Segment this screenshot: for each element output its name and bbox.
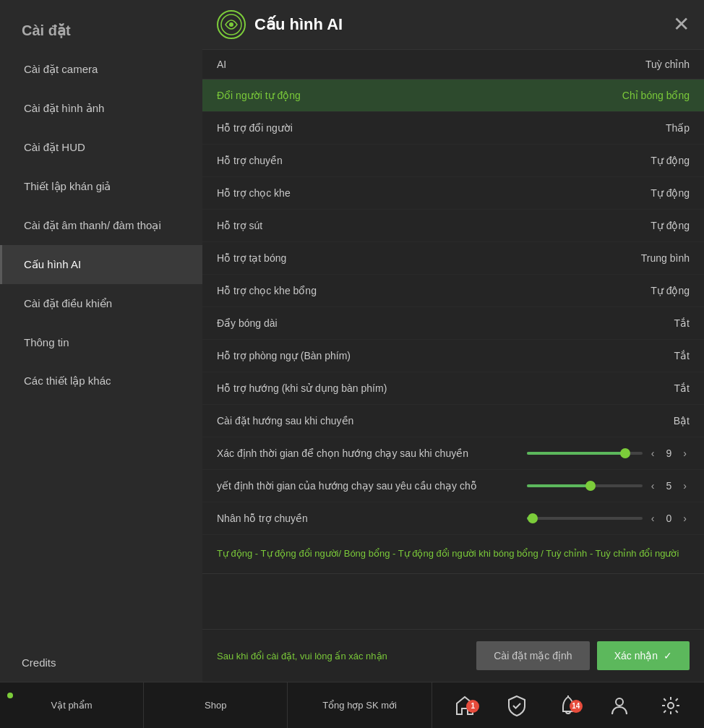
setting-value-5: Tự động xyxy=(603,285,690,296)
taskbar-item-tong-hop[interactable]: Tổng hợp SK mới xyxy=(288,682,432,728)
setting-name-6: Đẩy bóng dài xyxy=(217,317,603,329)
table-header-row: AI Tuỳ chỉnh xyxy=(202,50,704,80)
col-custom-label: Tuỳ chỉnh xyxy=(645,59,690,70)
setting-name-1: Hỗ trợ chuyền xyxy=(217,155,603,166)
setting-value-8: Tắt xyxy=(603,382,690,394)
panel-title: Cấu hình AI xyxy=(254,15,343,34)
slider-track-0[interactable] xyxy=(527,452,643,455)
setting-row-0[interactable]: Hỗ trợ đổi người Thấp xyxy=(202,112,704,145)
taskbar: Vật phẩm Shop Tổng hợp SK mới 1 14 xyxy=(0,682,704,728)
taskbar-nav-shield[interactable] xyxy=(491,694,542,717)
svg-point-4 xyxy=(616,698,623,706)
taskbar-dot-vat-pham xyxy=(7,693,13,698)
setting-value-3: Tự động xyxy=(603,220,690,231)
confirm-button[interactable]: Xác nhận ✓ xyxy=(597,641,690,670)
slider-thumb-1 xyxy=(585,481,596,491)
settings-table: AI Tuỳ chỉnh Đổi người tự động Chỉ bóng … xyxy=(202,50,704,629)
setting-name-5: Hỗ trợ chọc khe bổng xyxy=(217,285,603,296)
footer-buttons: Cài đặt mặc định Xác nhận ✓ xyxy=(476,641,690,670)
slider-container-0: ‹ 9 › xyxy=(527,446,690,461)
slider-value-0: 9 xyxy=(661,447,676,459)
confirm-checkmark-icon: ✓ xyxy=(664,650,672,661)
slider-track-1[interactable] xyxy=(527,484,643,487)
close-button[interactable]: ✕ xyxy=(673,14,690,35)
sidebar-item-hinh-anh[interactable]: Cài đặt hình ảnh xyxy=(0,89,202,128)
sidebar-item-hud[interactable]: Cài đặt HUD xyxy=(0,128,202,167)
slider-left-arrow-1[interactable]: ‹ xyxy=(648,479,658,493)
setting-value-doi-nguoi: Chỉ bóng bổng xyxy=(603,90,690,101)
taskbar-nav-home[interactable]: 1 xyxy=(439,694,491,717)
sidebar-item-cau-hinh-ai[interactable]: Cấu hình AI xyxy=(0,245,202,284)
taskbar-label-vat-pham: Vật phẩm xyxy=(51,700,93,711)
setting-value-6: Tắt xyxy=(603,317,690,329)
content-area: Cấu hình AI ✕ AI Tuỳ chỉnh Đổi người tự … xyxy=(202,0,704,682)
taskbar-item-vat-pham[interactable]: Vật phẩm xyxy=(0,682,144,728)
slider-right-arrow-0[interactable]: › xyxy=(680,446,690,461)
setting-row-2[interactable]: Hỗ trợ chọc khe Tự động xyxy=(202,177,704,210)
slider-left-arrow-2[interactable]: ‹ xyxy=(648,511,658,526)
taskbar-nav-person[interactable] xyxy=(593,694,645,717)
setting-row-5[interactable]: Hỗ trợ chọc khe bổng Tự động xyxy=(202,275,704,307)
highlighted-setting-row[interactable]: Đổi người tự động Chỉ bóng bổng xyxy=(202,80,704,112)
slider-track-2[interactable] xyxy=(527,517,643,520)
panel-logo xyxy=(217,10,246,39)
default-settings-button[interactable]: Cài đặt mặc định xyxy=(476,641,589,670)
home-badge: 1 xyxy=(466,700,479,713)
slider-container-2: ‹ 0 › xyxy=(527,511,690,526)
sidebar-title: Cài đặt xyxy=(0,7,202,50)
sidebar-item-am-thanh[interactable]: Cài đặt âm thanh/ đàm thoại xyxy=(0,206,202,245)
setting-row-7[interactable]: Hỗ trợ phòng ngự (Bàn phím) Tắt xyxy=(202,340,704,372)
slider-controls-1: ‹ 5 › xyxy=(648,479,690,493)
col-ai-label: AI xyxy=(217,59,226,70)
taskbar-nav-bell[interactable]: 14 xyxy=(542,694,593,717)
slider-label-2: Nhân hỗ trợ chuyền xyxy=(217,513,527,524)
taskbar-nav-settings[interactable] xyxy=(645,694,697,717)
taskbar-icons-section: 1 14 xyxy=(432,682,704,728)
panel-header: Cấu hình AI ✕ xyxy=(202,0,704,50)
sidebar-item-khac[interactable]: Các thiết lập khác xyxy=(0,361,202,401)
setting-name-3: Hỗ trợ sút xyxy=(217,220,603,231)
setting-row-3[interactable]: Hỗ trợ sút Tự động xyxy=(202,210,704,242)
setting-value-4: Trung bình xyxy=(603,252,690,264)
slider-right-arrow-2[interactable]: › xyxy=(680,511,690,526)
setting-row-6[interactable]: Đẩy bóng dài Tắt xyxy=(202,307,704,340)
setting-row-4[interactable]: Hỗ trợ tạt bóng Trung bình xyxy=(202,242,704,275)
sidebar-item-khan-gia[interactable]: Thiết lập khán giả xyxy=(0,167,202,206)
slider-thumb-2 xyxy=(528,513,538,523)
sidebar-item-camera[interactable]: Cài đặt camera xyxy=(0,50,202,89)
setting-name-0: Hỗ trợ đổi người xyxy=(217,122,603,134)
description-text: Tự động - Tự động đổi người/ Bóng bổng -… xyxy=(202,535,704,574)
slider-thumb-0 xyxy=(620,448,630,458)
taskbar-label-tong-hop: Tổng hợp SK mới xyxy=(322,700,397,711)
setting-row-8[interactable]: Hỗ trợ hướng (khi sử dụng bàn phím) Tắt xyxy=(202,372,704,405)
slider-fill-2 xyxy=(527,517,533,520)
setting-row-1[interactable]: Hỗ trợ chuyền Tự động xyxy=(202,145,704,177)
slider-value-1: 5 xyxy=(661,480,676,492)
sidebar: Cài đặt Cài đặt camera Cài đặt hình ảnh … xyxy=(0,0,202,682)
setting-value-9: Bật xyxy=(603,415,690,427)
slider-label-0: Xác định thời gian để chọn hướng chạy sa… xyxy=(217,447,527,459)
slider-fill-1 xyxy=(527,484,591,487)
slider-fill-0 xyxy=(527,452,625,455)
svg-point-5 xyxy=(668,703,674,708)
slider-controls-0: ‹ 9 › xyxy=(648,446,690,461)
setting-value-7: Tắt xyxy=(603,350,690,361)
setting-name-4: Hỗ trợ tạt bóng xyxy=(217,252,603,264)
sidebar-item-thong-tin[interactable]: Thông tin xyxy=(0,323,202,361)
footer-note: Sau khi đổi cài đặt, vui lòng ấn xác nhậ… xyxy=(217,651,387,661)
slider-value-2: 0 xyxy=(661,513,676,524)
setting-name-9: Cài đặt hướng sau khi chuyền xyxy=(217,415,603,427)
setting-value-0: Thấp xyxy=(603,122,690,134)
slider-row-1: yết định thời gian của hướng chạy sau yê… xyxy=(202,470,704,502)
slider-row-0: Xác định thời gian để chọn hướng chạy sa… xyxy=(202,437,704,470)
setting-name-8: Hỗ trợ hướng (khi sử dụng bàn phím) xyxy=(217,382,603,394)
sidebar-item-credits[interactable]: Credits xyxy=(0,643,202,682)
slider-right-arrow-1[interactable]: › xyxy=(680,479,690,493)
taskbar-item-shop[interactable]: Shop xyxy=(144,682,288,728)
slider-left-arrow-0[interactable]: ‹ xyxy=(648,446,658,461)
slider-container-1: ‹ 5 › xyxy=(527,479,690,493)
setting-row-9[interactable]: Cài đặt hướng sau khi chuyền Bật xyxy=(202,405,704,437)
sidebar-item-dieu-khien[interactable]: Cài đặt điều khiển xyxy=(0,284,202,323)
panel-footer: Sau khi đổi cài đặt, vui lòng ấn xác nhậ… xyxy=(202,629,704,682)
bell-badge: 14 xyxy=(570,700,583,713)
